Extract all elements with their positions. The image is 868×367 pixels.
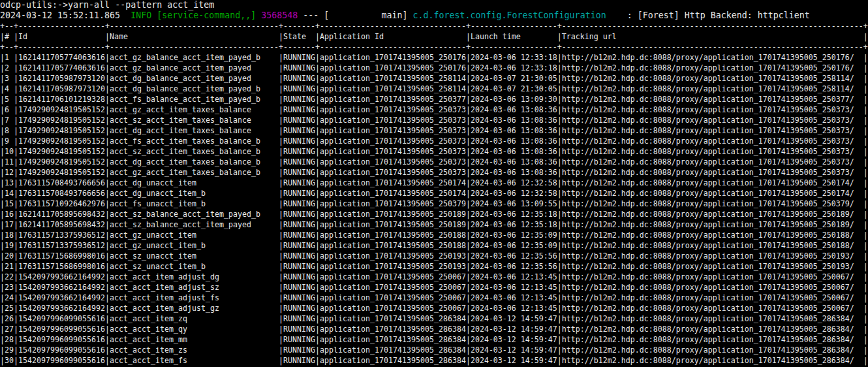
table-row: |30|1542097996099055616|acct_acct_item_f… [0, 355, 868, 366]
table-row: |15|1763115710926462976|acct_fs_unacct_i… [0, 199, 868, 209]
table-row: |2 |1621411705774063616|acct_gz_balance_… [0, 63, 868, 73]
table-row: |25|1542097993662164992|acct_acct_item_a… [0, 303, 868, 313]
table-header-row: |# |Id |Name |State |Application Id |Lau… [0, 31, 868, 42]
log-segment-cyan: c.d.forest.config.ForestConfiguration [412, 10, 606, 20]
log-segment-fg: : [Forest] Http Backend: httpclient [606, 10, 810, 20]
table-row: |26|1542097996099055616|acct_acct_item_z… [0, 313, 868, 324]
table-row: |23|1542097993662164992|acct_acct_item_a… [0, 282, 868, 293]
table-row: |13|1763115708493766656|acct_dg_unacct_i… [0, 178, 868, 188]
table-row: |16|1621411705895698432|acct_sz_balance_… [0, 209, 868, 219]
log-segment-fg: 2024-03-12 15:52:11.865 [0, 10, 131, 20]
table-row: |9 |1749290924819505152|acct_fs_acct_ite… [0, 136, 868, 146]
log-segment-magenta: 3568548 [261, 10, 298, 20]
log-segment-fg: --- [ main] [298, 10, 412, 20]
log-segment-green: INFO [service-command,,] [131, 10, 261, 20]
command-line: odcp-utils:->yarn-all --pattern acct_ite… [0, 0, 868, 10]
table-row: |27|1542097996099055616|acct_acct_item_q… [0, 324, 868, 334]
table-row: |29|1542097996099055616|acct_acct_item_z… [0, 345, 868, 355]
table-row: |8 |1749290924819505152|acct_dg_acct_ite… [0, 125, 868, 136]
table-row: |1 |1621411705774063616|acct_gz_balance_… [0, 52, 868, 63]
table-border: +--+-------------------+----------------… [0, 21, 868, 31]
table-row: |21|1763115715686998016|acct_sz_unacct_i… [0, 261, 868, 272]
table-row: |24|1542097993662164992|acct_acct_item_a… [0, 293, 868, 303]
table-row: |28|1542097996099055616|acct_acct_item_m… [0, 334, 868, 345]
table-row: |10|1749290924819505152|acct_sz_acct_ite… [0, 146, 868, 157]
table-row: |14|1763115708493766656|acct_dg_unacct_i… [0, 188, 868, 199]
table-row: |19|1763115713375936512|acct_gz_unacct_i… [0, 240, 868, 251]
table-row: |12|1749290924819505152|acct_gz_acct_ite… [0, 167, 868, 178]
shell-prompt: odcp-utils:-> [0, 0, 68, 10]
table-row: |22|1542097993662164992|acct_acct_item_a… [0, 272, 868, 282]
table-row: |17|1621411705895698432|acct_sz_balance_… [0, 219, 868, 230]
shell-command: yarn-all --pattern acct_item [68, 0, 214, 10]
table-row: |5 |1621411706101219328|acct_fs_balance_… [0, 94, 868, 104]
yarn-applications-table: +--+-------------------+----------------… [0, 21, 868, 367]
table-row: |18|1763115713375936512|acct_gz_unacct_i… [0, 230, 868, 240]
table-border: +--+-------------------+----------------… [0, 42, 868, 52]
table-row: |20|1763115715686998016|acct_sz_unacct_i… [0, 251, 868, 261]
terminal-screen[interactable]: odcp-utils:->yarn-all --pattern acct_ite… [0, 0, 868, 367]
table-row: |3 |1621411705987973120|acct_dg_balance_… [0, 73, 868, 84]
table-row: |6 |1749290924819505152|acct_gz_acct_ite… [0, 104, 868, 115]
table-row: |11|1749290924819505152|acct_dg_acct_ite… [0, 157, 868, 167]
table-row: |7 |1749290924819505152|acct_sz_acct_ite… [0, 115, 868, 125]
table-row: |4 |1621411705987973120|acct_dg_balance_… [0, 84, 868, 94]
log-line: 2024-03-12 15:52:11.865 INFO [service-co… [0, 10, 868, 21]
